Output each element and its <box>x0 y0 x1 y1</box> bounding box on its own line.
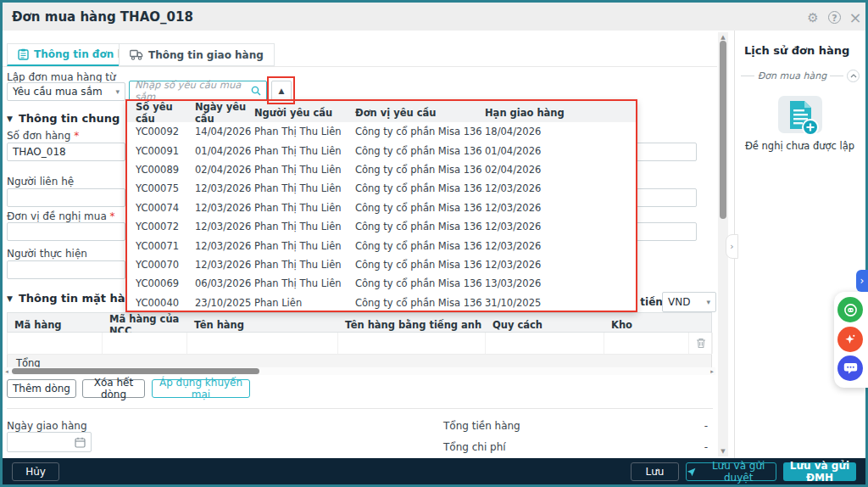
scroll-left-icon[interactable]: ◂ <box>2 368 12 375</box>
request-row[interactable]: YC0007212/03/2026Phan Thị Thu LiênCông t… <box>127 217 636 236</box>
save-button[interactable]: Lưu <box>631 462 679 481</box>
requesting-unit-input[interactable] <box>7 222 125 241</box>
section-divider <box>7 408 713 409</box>
add-row-button[interactable]: Thêm dòng <box>7 379 76 398</box>
settings-gear-icon[interactable]: ⚙ <box>805 10 821 25</box>
apply-promo-button[interactable]: Áp dụng khuyến mại <box>152 379 250 398</box>
truck-icon <box>130 49 143 60</box>
calendar-icon <box>75 437 86 448</box>
button-label: Lưu và gửi duyệt <box>701 460 776 484</box>
request-row[interactable]: YC0008902/04/2026Phan Thị Thu LiênCông t… <box>127 160 636 179</box>
request-cell-date: 12/03/2026 <box>195 202 254 214</box>
tab-delivery-info[interactable]: Thông tin giao hàng <box>119 43 275 66</box>
col-item-name-en: Tên hàng bằng tiếng anh <box>338 319 486 331</box>
request-cell-deadline: 31/10/2025 <box>485 297 636 309</box>
cancel-button[interactable]: Hủy <box>12 462 59 481</box>
total-fees-label: Tổng chi phí <box>443 441 506 453</box>
requesting-unit-label: Đơn vị đề nghị mua * <box>7 210 115 222</box>
sparkle-icon <box>843 333 857 346</box>
widget-expand-tab[interactable]: › <box>856 270 868 292</box>
request-row[interactable]: YC0007012/03/2026Phan Thị Thu LiênCông t… <box>127 255 636 274</box>
chevron-up-icon <box>850 74 857 78</box>
request-cell-code: YC00070 <box>136 259 195 271</box>
scroll-right-icon[interactable]: ▸ <box>707 368 717 375</box>
support-chat-button[interactable] <box>837 297 863 322</box>
vertical-scrollbar-thumb[interactable] <box>720 41 726 219</box>
request-cell-unit: Công ty cổ phần Misa 136 <box>355 164 485 176</box>
scroll-down-icon[interactable]: ▼ <box>718 448 728 455</box>
request-cell-unit: Công ty cổ phần Misa 136 <box>355 202 485 214</box>
empty-state-text: Đề nghị chưa được lập <box>734 140 865 152</box>
items-section-header[interactable]: ▼ Thông tin mặt hàng <box>7 292 141 305</box>
clipboard-icon <box>18 48 29 60</box>
request-cell-code: YC00069 <box>136 277 195 289</box>
currency-value: VND <box>668 296 690 308</box>
request-row[interactable]: YC0007412/03/2026Phan Thị Thu LiênCông t… <box>127 199 636 217</box>
request-row[interactable]: YC0004023/10/2025Phan LiênCông ty cổ phầ… <box>127 294 636 312</box>
request-cell-person: Phan Thị Thu Liên <box>254 182 355 194</box>
group-collapse-button[interactable] <box>847 70 860 82</box>
col-request-no: Số yêu cầu <box>136 101 195 125</box>
section-title: Thông tin mặt hàng <box>19 292 141 305</box>
request-cell-person: Phan Thị Thu Liên <box>254 221 355 232</box>
save-send-approve-button[interactable]: Lưu và gửi duyệt <box>686 462 776 481</box>
ai-assistant-button[interactable] <box>837 327 863 352</box>
request-search-input[interactable]: Nhập số yêu cầu mua sắm <box>129 81 267 101</box>
col-delivery-deadline: Hạn giao hàng <box>485 107 636 119</box>
general-section-header[interactable]: ▼ Thông tin chung <box>7 112 120 125</box>
request-row[interactable]: YC0009101/04/2026Phan Thị Thu LiênCông t… <box>127 141 636 160</box>
paper-plane-icon <box>687 467 696 478</box>
save-send-pmh-button[interactable]: Lưu và gửi ĐMH <box>783 462 856 481</box>
order-no-value: THAO_018 <box>13 146 66 158</box>
col-item-code: Mã hàng <box>8 319 103 331</box>
tabbar-divider <box>3 66 717 67</box>
col-requester: Người yêu cầu <box>254 107 355 119</box>
purchase-order-window: Đơn mua hàng THAO_018 ⚙ ? × Thông tin đơ… <box>0 0 868 487</box>
request-cell-code: YC00072 <box>136 221 195 232</box>
total-goods-label: Tổng tiền hàng <box>443 420 520 432</box>
request-cell-date: 12/03/2026 <box>195 240 254 252</box>
contact-label: Người liên hệ <box>7 176 74 188</box>
request-cell-code: YC00040 <box>136 297 195 309</box>
executor-input[interactable] <box>7 260 125 279</box>
request-row[interactable]: YC0007512/03/2026Phan Thị Thu LiênCông t… <box>127 179 636 198</box>
dropdown-collapse-button[interactable]: ▲ <box>271 81 292 101</box>
source-select[interactable]: Yêu cầu mua sắm ▾ <box>7 82 125 101</box>
total-fees-value: - <box>704 441 708 453</box>
total-goods-value: - <box>704 420 708 432</box>
request-cell-person: Phan Liên <box>254 297 355 309</box>
request-cell-person: Phan Thị Thu Liên <box>254 202 355 214</box>
sidebar-collapse-handle[interactable]: › <box>726 234 738 259</box>
item-empty-row[interactable] <box>7 333 712 355</box>
help-icon[interactable]: ? <box>828 11 841 24</box>
request-cell-deadline: 12/03/2026 <box>485 202 636 214</box>
currency-select[interactable]: VND ▾ <box>662 292 716 312</box>
delete-row-button[interactable] <box>689 333 713 354</box>
robot-chat-icon <box>843 303 858 317</box>
contact-input[interactable] <box>7 188 125 207</box>
col-request-date: Ngày yêu cầu <box>195 101 254 125</box>
scroll-up-icon[interactable]: ▲ <box>718 34 728 41</box>
request-cell-unit: Công ty cổ phần Misa 136 <box>355 240 485 252</box>
horizontal-scrollbar-thumb[interactable] <box>12 368 259 374</box>
request-row[interactable]: YC0009214/04/2026Phan Thị Thu LiênCông t… <box>127 122 636 141</box>
delivery-date-input[interactable] <box>7 432 92 452</box>
request-cell-deadline: 12/03/2026 <box>485 221 636 232</box>
request-cell-deadline: 12/03/2026 <box>485 259 636 271</box>
request-cell-deadline: 12/03/2026 <box>485 240 636 252</box>
request-row[interactable]: YC0006906/03/2026Phan Thị Thu LiênCông t… <box>127 274 636 293</box>
section-collapse-icon: ▼ <box>7 294 13 303</box>
request-row[interactable]: YC0007112/03/2026Phan Thị Thu LiênCông t… <box>127 236 636 255</box>
clear-rows-button[interactable]: Xóa hết dòng <box>82 379 145 398</box>
feedback-chat-button[interactable] <box>837 355 863 381</box>
request-cell-date: 23/10/2025 <box>195 297 254 309</box>
trash-icon <box>696 338 706 349</box>
request-cell-code: YC00092 <box>136 126 195 137</box>
request-cell-deadline: 12/03/2026 <box>485 182 636 194</box>
request-cell-date: 02/04/2026 <box>195 164 254 176</box>
section-title: Thông tin chung <box>19 112 120 125</box>
request-cell-person: Phan Thị Thu Liên <box>254 164 355 176</box>
close-icon[interactable]: × <box>848 10 863 25</box>
order-no-input[interactable]: THAO_018 <box>7 143 125 161</box>
delivery-date-label: Ngày giao hàng <box>7 420 87 432</box>
